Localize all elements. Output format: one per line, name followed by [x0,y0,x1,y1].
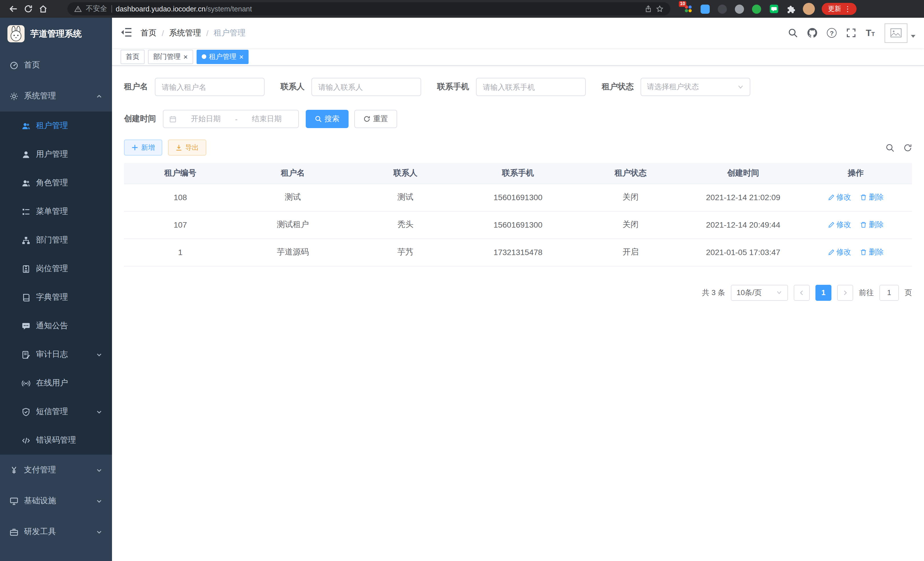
sidebar-item-dict[interactable]: 字典管理 [0,283,112,312]
reload-icon[interactable] [21,2,35,16]
sidebar-item-menu[interactable]: 菜单管理 [0,197,112,226]
chevron-down-icon [96,498,102,504]
date-range-picker[interactable]: 开始日期 - 结束日期 [163,110,299,128]
user-menu[interactable] [885,23,915,43]
yen-icon [10,466,18,474]
extension-icon-blue[interactable] [700,4,710,14]
security-label[interactable]: 不安全 [86,4,107,14]
cell-tenant-name: 芋道源码 [237,238,349,266]
sidebar-item-tenant[interactable]: 租户管理 [0,111,112,140]
page-number-button[interactable]: 1 [815,284,831,301]
search-button[interactable]: 搜索 [306,110,349,128]
search-icon[interactable] [788,28,798,38]
sidebar-item-sms[interactable]: 短信管理 [0,397,112,426]
github-icon[interactable] [807,28,817,38]
cell-contact: 秃头 [349,211,462,238]
tab-home[interactable]: 首页 [121,50,145,64]
cell-mobile: 15601691300 [462,183,574,211]
sidebar-item-home[interactable]: 首页 [0,50,112,81]
mobile-input[interactable] [476,78,586,96]
question-circle-icon[interactable]: ? [827,28,837,38]
status-select[interactable]: 请选择租户状态 [640,78,750,96]
extension-icon-colorful[interactable]: 10 [683,4,693,14]
extension-icon-green-circle[interactable] [752,4,762,14]
page-size-select[interactable]: 10条/页 [731,284,788,301]
bookmark-star-icon[interactable] [656,5,663,13]
cell-tenant-id: 1 [124,238,237,266]
prev-page-button[interactable] [794,284,810,301]
sidebar-item-user[interactable]: 用户管理 [0,140,112,169]
system-submenu: 租户管理 用户管理 角色管理 菜单管理 部门管理 [0,111,112,455]
extension-icon-green-chat[interactable] [769,4,779,14]
date-range-separator: - [235,115,238,123]
delete-link[interactable]: 删除 [860,192,884,202]
goto-page-input[interactable] [879,284,899,301]
cell-tenant-id: 108 [124,183,237,211]
extension-icon-gray[interactable] [734,4,745,14]
reset-button[interactable]: 重置 [354,110,397,128]
tab-dept[interactable]: 部门管理 × [148,50,193,64]
fold-menu-icon[interactable] [121,27,132,39]
add-button[interactable]: 新增 [124,140,162,156]
kebab-menu-icon[interactable]: ⋮ [844,5,851,13]
breadcrumb-item-home[interactable]: 首页 [141,28,157,38]
edit-link[interactable]: 修改 [828,192,851,202]
sidebar-item-online-users[interactable]: 在线用户 [0,369,112,397]
logo[interactable]: 芋道管理系统 [0,18,112,50]
delete-link[interactable]: 删除 [860,220,884,230]
refresh-icon[interactable] [903,143,912,152]
url-text: dashboard.yudao.iocoder.cn/system/tenant [116,5,252,13]
breadcrumb-item-system[interactable]: 系统管理 [169,28,201,38]
pagination-total: 共 3 条 [702,287,725,298]
column-created: 创建时间 [687,163,800,183]
sidebar-item-audit-log[interactable]: 审计日志 [0,340,112,369]
delete-link[interactable]: 删除 [860,247,884,257]
trash-icon [860,194,867,201]
sidebar-item-error-code[interactable]: 错误码管理 [0,426,112,455]
address-bar[interactable]: 不安全 dashboard.yudao.iocoder.cn/system/te… [68,2,670,15]
tab-tenant[interactable]: 租户管理 × [196,50,249,64]
edit-link[interactable]: 修改 [828,220,851,230]
share-icon[interactable] [645,5,652,13]
refresh-icon [363,116,370,122]
main-area: 首页 / 系统管理 / 租户管理 ? [112,18,924,561]
sidebar-item-label: 审计日志 [36,349,68,360]
export-button[interactable]: 导出 [168,140,206,156]
font-size-icon[interactable]: TT [866,28,875,38]
home-icon[interactable] [35,2,50,16]
search-toggle-icon[interactable] [886,143,894,152]
sidebar-item-label: 字典管理 [36,292,68,302]
warning-icon [74,5,82,13]
extensions-puzzle-icon[interactable] [786,4,796,14]
sidebar-item-dept[interactable]: 部门管理 [0,226,112,254]
update-button[interactable]: 更新 ⋮ [822,3,856,15]
search-icon [315,116,322,122]
edit-link[interactable]: 修改 [828,247,851,257]
sidebar-item-post[interactable]: 岗位管理 [0,254,112,283]
extension-icon-dark[interactable] [717,4,728,14]
avatar[interactable] [885,23,908,43]
fullscreen-icon[interactable] [846,28,856,38]
sidebar-item-payment[interactable]: 支付管理 [0,455,112,486]
contact-input[interactable] [311,78,421,96]
tab-close-icon[interactable]: × [239,53,243,60]
page-content: 租户名 联系人 联系手机 租户状态 请选择租户状态 [112,66,924,561]
sidebar-item-role[interactable]: 角色管理 [0,169,112,197]
tab-label: 租户管理 [209,52,236,62]
status-select-placeholder: 请选择租户状态 [647,82,699,92]
chevron-left-icon [798,289,805,296]
tab-close-icon[interactable]: × [183,53,188,60]
sidebar-item-notice[interactable]: 通知公告 [0,312,112,340]
sidebar-item-system[interactable]: 系统管理 [0,81,112,111]
cell-contact: 测试 [349,183,462,211]
back-icon[interactable] [6,2,21,16]
tenant-name-input[interactable] [155,78,265,96]
cell-mobile: 17321315478 [462,238,574,266]
app-title: 芋道管理系统 [30,28,82,39]
contact-label: 联系人 [280,82,304,92]
profile-avatar[interactable] [803,3,815,15]
next-page-button[interactable] [837,284,853,301]
cell-actions: 修改 删除 [800,238,912,266]
sidebar-item-dev-tools[interactable]: 研发工具 [0,516,112,547]
sidebar-item-infrastructure[interactable]: 基础设施 [0,486,112,516]
